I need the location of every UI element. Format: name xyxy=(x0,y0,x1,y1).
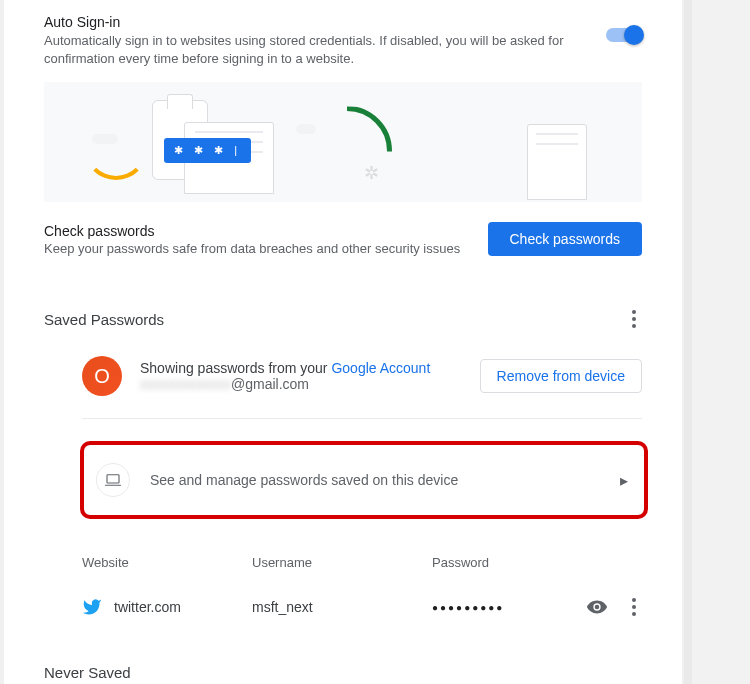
chevron-right-icon: ▸ xyxy=(620,471,628,490)
col-username: Username xyxy=(252,555,432,570)
password-entry-row[interactable]: twitter.com msft_next ●●●●●●●●● xyxy=(4,580,682,634)
account-email: xxxxxxxxxxxxx@gmail.com xyxy=(140,376,430,392)
remove-from-device-button[interactable]: Remove from device xyxy=(480,359,642,393)
manage-device-passwords-row[interactable]: See and manage passwords saved on this d… xyxy=(86,447,642,513)
showing-prefix: Showing passwords from your xyxy=(140,360,331,376)
check-passwords-desc: Keep your passwords safe from data breac… xyxy=(44,241,460,256)
check-passwords-banner: ✱ ✱ ✱ | ✲ xyxy=(44,82,642,202)
divider xyxy=(82,418,642,419)
twitter-favicon-icon xyxy=(82,597,102,617)
entry-password-masked: ●●●●●●●●● xyxy=(432,602,586,613)
password-table-header: Website Username Password xyxy=(4,537,682,580)
entry-username: msft_next xyxy=(252,599,432,615)
highlight-annotation: See and manage passwords saved on this d… xyxy=(80,441,648,519)
check-passwords-button[interactable]: Check passwords xyxy=(488,222,643,256)
entry-website: twitter.com xyxy=(114,599,252,615)
manage-device-passwords-label: See and manage passwords saved on this d… xyxy=(150,472,458,488)
col-website: Website xyxy=(82,555,252,570)
account-avatar: O xyxy=(82,356,122,396)
never-saved-heading: Never Saved xyxy=(44,664,642,681)
reveal-password-icon[interactable] xyxy=(586,596,608,618)
account-showing-text: Showing passwords from your Google Accou… xyxy=(140,360,430,376)
laptop-icon xyxy=(96,463,130,497)
email-hidden: xxxxxxxxxxxxx xyxy=(140,376,231,392)
saved-passwords-heading: Saved Passwords xyxy=(44,311,164,328)
auto-signin-toggle[interactable] xyxy=(606,28,642,42)
scrollbar[interactable] xyxy=(684,0,750,684)
auto-signin-desc: Automatically sign in to websites using … xyxy=(44,32,566,68)
saved-passwords-more-icon[interactable] xyxy=(626,304,642,334)
col-password: Password xyxy=(432,555,642,570)
entry-more-icon[interactable] xyxy=(626,592,642,622)
auto-signin-title: Auto Sign-in xyxy=(44,14,566,30)
check-passwords-title: Check passwords xyxy=(44,223,460,239)
google-account-link[interactable]: Google Account xyxy=(331,360,430,376)
svg-rect-0 xyxy=(107,475,119,483)
email-domain: @gmail.com xyxy=(231,376,309,392)
password-chip-graphic: ✱ ✱ ✱ | xyxy=(164,138,251,163)
